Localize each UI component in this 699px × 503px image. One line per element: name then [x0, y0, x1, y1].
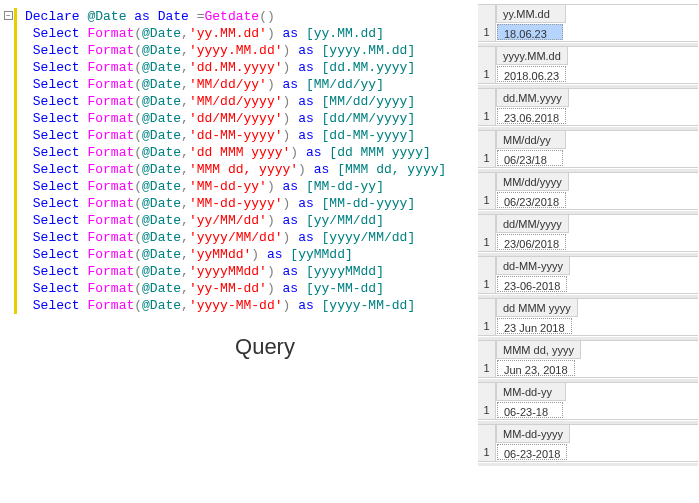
results-panel: yy.MM.dd118.06.23yyyy.MM.dd12018.06.23dd…	[478, 4, 698, 466]
result-grid: yy.MM.dd118.06.23	[478, 4, 698, 42]
code-line: Select Format(@Date,'MM/dd/yy') as [MM/d…	[14, 76, 470, 93]
result-cell[interactable]: 06-23-18	[497, 402, 563, 418]
row-number[interactable]: 1	[478, 275, 496, 293]
row-number[interactable]: 1	[478, 65, 496, 83]
row-number[interactable]: 1	[478, 233, 496, 251]
row-number[interactable]: 1	[478, 359, 496, 377]
collapse-icon[interactable]: −	[4, 11, 13, 20]
result-grid: dd-MM-yyyy123-06-2018	[478, 256, 698, 294]
result-cell[interactable]: 06/23/18	[497, 150, 563, 166]
row-number[interactable]: 1	[478, 23, 496, 41]
row-number[interactable]: 1	[478, 317, 496, 335]
result-grid: dd.MM.yyyy123.06.2018	[478, 88, 698, 126]
row-header-empty	[478, 425, 496, 443]
column-header[interactable]: MM-dd-yyyy	[496, 425, 570, 443]
result-grid: MM/dd/yyyy106/23/2018	[478, 172, 698, 210]
row-header-empty	[478, 131, 496, 149]
code-line: Select Format(@Date,'yy/MM/dd') as [yy/M…	[14, 212, 470, 229]
query-label: Query	[60, 334, 470, 360]
code-line: Select Format(@Date,'dd-MM-yyyy') as [dd…	[14, 127, 470, 144]
column-header[interactable]: MM/dd/yy	[496, 131, 566, 149]
result-cell[interactable]: Jun 23, 2018	[497, 360, 575, 376]
result-grid: MMM dd, yyyy1Jun 23, 2018	[478, 340, 698, 378]
result-grid: MM-dd-yy106-23-18	[478, 382, 698, 420]
result-grid: dd/MM/yyyy123/06/2018	[478, 214, 698, 252]
result-grid: MM/dd/yy106/23/18	[478, 130, 698, 168]
result-cell[interactable]: 23.06.2018	[497, 108, 566, 124]
column-header[interactable]: yyyy.MM.dd	[496, 47, 568, 65]
column-header[interactable]: MM-dd-yy	[496, 383, 566, 401]
code-line: Select Format(@Date,'yy.MM.dd') as [yy.M…	[14, 25, 470, 42]
result-cell[interactable]: 23 Jun 2018	[497, 318, 572, 334]
result-cell[interactable]: 2018.06.23	[497, 66, 566, 82]
row-header-empty	[478, 341, 496, 359]
row-header-empty	[478, 5, 496, 23]
column-header[interactable]: yy.MM.dd	[496, 5, 566, 23]
code-line: Select Format(@Date,'yyyy/MM/dd') as [yy…	[14, 229, 470, 246]
row-header-empty	[478, 383, 496, 401]
code-line: Select Format(@Date,'yyyy-MM-dd') as [yy…	[14, 297, 470, 314]
code-line: Select Format(@Date,'dd MMM yyyy') as [d…	[14, 144, 470, 161]
result-grid: dd MMM yyyy123 Jun 2018	[478, 298, 698, 336]
row-header-empty	[478, 215, 496, 233]
code-line: Select Format(@Date,'yy-MM-dd') as [yy-M…	[14, 280, 470, 297]
column-header[interactable]: dd MMM yyyy	[496, 299, 578, 317]
row-header-empty	[478, 89, 496, 107]
result-grid: yyyy.MM.dd12018.06.23	[478, 46, 698, 84]
code-line: Select Format(@Date,'MM/dd/yyyy') as [MM…	[14, 93, 470, 110]
result-grid: MM-dd-yyyy106-23-2018	[478, 424, 698, 462]
code-line-declare: −Declare @Date as Date =Getdate()	[14, 8, 470, 25]
row-number[interactable]: 1	[478, 401, 496, 419]
column-header[interactable]: MMM dd, yyyy	[496, 341, 581, 359]
code-line: Select Format(@Date,'yyMMdd') as [yyMMdd…	[14, 246, 470, 263]
row-number[interactable]: 1	[478, 191, 496, 209]
row-header-empty	[478, 47, 496, 65]
code-line: Select Format(@Date,'MMM dd, yyyy') as […	[14, 161, 470, 178]
code-line: Select Format(@Date,'dd.MM.yyyy') as [dd…	[14, 59, 470, 76]
row-header-empty	[478, 299, 496, 317]
result-cell[interactable]: 23-06-2018	[497, 276, 567, 292]
result-cell[interactable]: 06-23-2018	[497, 444, 567, 460]
code-line: Select Format(@Date,'yyyyMMdd') as [yyyy…	[14, 263, 470, 280]
code-line: Select Format(@Date,'MM-dd-yy') as [MM-d…	[14, 178, 470, 195]
code-line: Select Format(@Date,'MM-dd-yyyy') as [MM…	[14, 195, 470, 212]
column-header[interactable]: dd-MM-yyyy	[496, 257, 570, 275]
row-header-empty	[478, 257, 496, 275]
code-line: Select Format(@Date,'yyyy.MM.dd') as [yy…	[14, 42, 470, 59]
row-number[interactable]: 1	[478, 107, 496, 125]
column-header[interactable]: dd.MM.yyyy	[496, 89, 569, 107]
column-header[interactable]: dd/MM/yyyy	[496, 215, 569, 233]
row-header-empty	[478, 173, 496, 191]
row-number[interactable]: 1	[478, 443, 496, 461]
column-header[interactable]: MM/dd/yyyy	[496, 173, 569, 191]
result-cell[interactable]: 23/06/2018	[497, 234, 566, 250]
result-cell[interactable]: 18.06.23	[497, 24, 563, 40]
code-line: Select Format(@Date,'dd/MM/yyyy') as [dd…	[14, 110, 470, 127]
row-number[interactable]: 1	[478, 149, 496, 167]
code-panel: −Declare @Date as Date =Getdate() Select…	[0, 0, 470, 360]
result-cell[interactable]: 06/23/2018	[497, 192, 566, 208]
